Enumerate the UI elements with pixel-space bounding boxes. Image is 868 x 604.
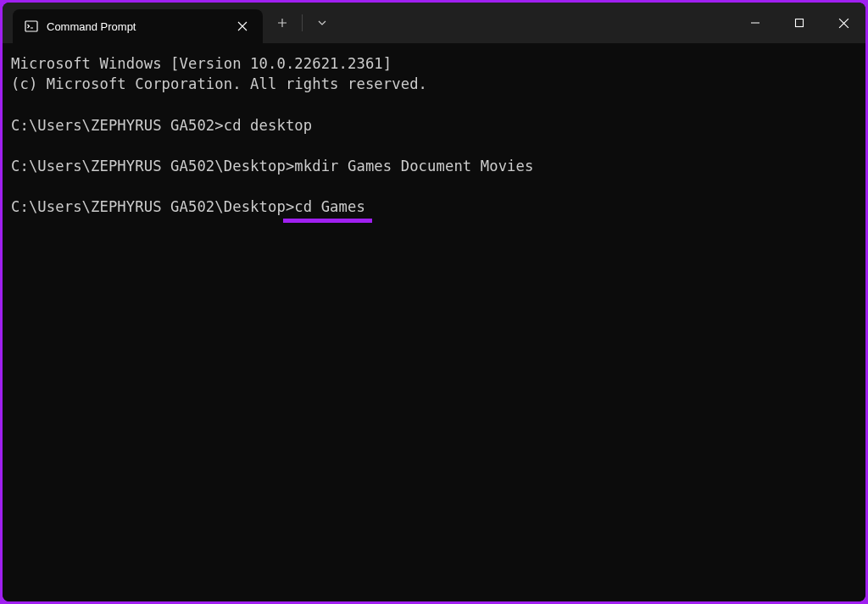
prompt: C:\Users\ZEPHYRUS GA502\Desktop> xyxy=(11,198,294,215)
terminal-blank xyxy=(11,176,857,197)
terminal-line: Microsoft Windows [Version 10.0.22621.23… xyxy=(11,53,857,74)
new-tab-button[interactable] xyxy=(268,8,297,37)
svg-rect-0 xyxy=(25,21,37,31)
highlighted-command: cd Games xyxy=(294,197,365,217)
command-text: cd desktop xyxy=(224,117,312,134)
terminal-line: C:\Users\ZEPHYRUS GA502\Desktop>mkdir Ga… xyxy=(11,156,857,176)
command-text: cd Games xyxy=(294,198,365,215)
terminal-window: Command Prompt xyxy=(3,3,865,601)
svg-rect-3 xyxy=(796,19,804,27)
maximize-button[interactable] xyxy=(777,3,821,43)
prompt: C:\Users\ZEPHYRUS GA502> xyxy=(11,117,224,134)
terminal-body[interactable]: Microsoft Windows [Version 10.0.22621.23… xyxy=(3,43,865,601)
tab-dropdown-button[interactable] xyxy=(308,8,337,37)
cmd-icon xyxy=(25,19,38,33)
annotation-underline xyxy=(283,219,372,223)
terminal-blank xyxy=(11,136,857,156)
tab-title: Command Prompt xyxy=(47,20,232,33)
terminal-blank xyxy=(11,94,857,114)
command-text: mkdir Games Document Movies xyxy=(294,158,533,175)
window-controls xyxy=(733,3,865,43)
minimize-button[interactable] xyxy=(733,3,777,43)
terminal-line: C:\Users\ZEPHYRUS GA502>cd desktop xyxy=(11,115,857,136)
titlebar: Command Prompt xyxy=(3,3,865,43)
prompt: C:\Users\ZEPHYRUS GA502\Desktop> xyxy=(11,158,294,175)
close-tab-button[interactable] xyxy=(232,16,253,36)
close-window-button[interactable] xyxy=(821,3,865,43)
tab-divider xyxy=(302,14,303,31)
active-tab[interactable]: Command Prompt xyxy=(13,9,263,43)
terminal-line: (c) Microsoft Corporation. All rights re… xyxy=(11,74,857,94)
terminal-line: C:\Users\ZEPHYRUS GA502\Desktop>cd Games xyxy=(11,197,857,217)
